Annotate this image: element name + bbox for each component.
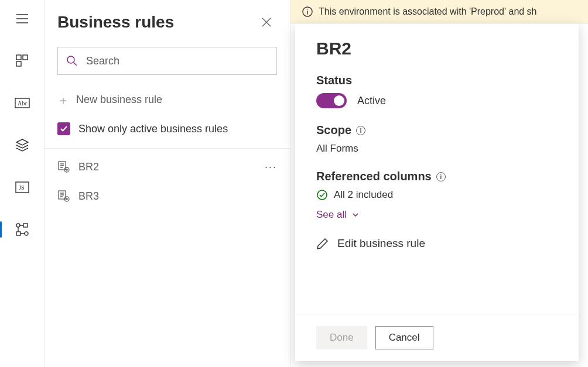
filter-active-row[interactable]: Show only active business rules [45, 112, 290, 149]
status-toggle[interactable] [316, 93, 347, 108]
scope-value: All Forms [316, 143, 558, 155]
rule-icon [57, 160, 70, 173]
panel-title: Business rules [57, 13, 174, 32]
referenced-columns-section: Referenced columns i All 2 included See … [316, 170, 558, 221]
referenced-columns-label: Referenced columns [316, 170, 432, 183]
js-icon: JS [15, 181, 29, 193]
banner-text: This environment is associated with 'Pre… [319, 6, 537, 17]
chevron-down-icon [351, 211, 360, 219]
new-business-rule-label: New business rule [76, 94, 162, 106]
search-icon [66, 55, 78, 67]
nav-item-4[interactable]: JS [11, 176, 34, 199]
rule-item-br2[interactable]: BR2 ··· [45, 152, 290, 181]
referenced-columns-value: All 2 included [334, 189, 393, 201]
search-input[interactable] [85, 54, 268, 68]
svg-rect-0 [16, 55, 21, 60]
plus-icon: ＋ [57, 94, 68, 106]
callout-footer: Done Cancel [295, 314, 579, 361]
rule-name: BR2 [78, 161, 99, 173]
svg-point-17 [317, 190, 327, 200]
done-button: Done [316, 326, 367, 349]
edit-label: Edit business rule [337, 237, 425, 250]
warning-banner: This environment is associated with 'Pre… [290, 0, 588, 23]
hamburger-icon [16, 14, 28, 23]
ref-cols-info-icon[interactable]: i [436, 172, 446, 181]
new-business-rule-button[interactable]: ＋ New business rule [45, 88, 290, 112]
see-all-link[interactable]: See all [316, 209, 558, 221]
svg-text:Abc: Abc [18, 100, 28, 107]
filter-active-label: Show only active business rules [78, 123, 228, 135]
status-section: Status Active [316, 74, 558, 108]
scope-label: Scope [316, 124, 351, 137]
rule-name: BR3 [78, 190, 99, 203]
check-icon [60, 125, 68, 133]
panel-header: Business rules [45, 12, 290, 33]
close-panel-button[interactable] [256, 12, 277, 33]
rule-details-callout: BR2 Status Active Scope i All Forms Refe… [295, 23, 579, 361]
see-all-label: See all [316, 209, 347, 221]
search-box[interactable] [57, 47, 277, 75]
rule-item-br3[interactable]: BR3 [45, 181, 290, 211]
svg-point-11 [67, 56, 74, 63]
nav-item-1[interactable] [11, 49, 34, 73]
svg-rect-8 [23, 224, 28, 227]
flow-icon [15, 222, 29, 236]
text-field-icon: Abc [15, 98, 30, 108]
business-rules-panel: Business rules ＋ New business rule Show … [45, 0, 290, 367]
nav-item-2[interactable]: Abc [11, 91, 34, 115]
svg-rect-9 [16, 232, 20, 235]
svg-text:JS: JS [19, 184, 24, 191]
info-icon [302, 6, 313, 17]
rule-more-button[interactable]: ··· [265, 161, 277, 173]
svg-rect-2 [16, 61, 21, 66]
rule-list: BR2 ··· BR3 [45, 149, 290, 211]
svg-point-7 [16, 224, 20, 227]
svg-rect-1 [23, 55, 28, 60]
edit-business-rule-link[interactable]: Edit business rule [316, 237, 558, 250]
status-value: Active [357, 95, 386, 107]
cancel-button[interactable]: Cancel [375, 326, 433, 349]
layers-icon [15, 138, 29, 152]
app-root: Abc JS Business rules ＋ New business rul… [0, 0, 588, 367]
pencil-icon [316, 237, 329, 250]
rule-icon [57, 190, 70, 203]
hamburger-button[interactable] [11, 7, 34, 30]
apps-icon [16, 54, 29, 67]
nav-item-3[interactable] [11, 133, 34, 157]
nav-rail: Abc JS [0, 0, 45, 367]
success-check-icon [316, 189, 328, 201]
scope-section: Scope i All Forms [316, 124, 558, 155]
close-icon [261, 17, 272, 28]
status-label: Status [316, 74, 558, 87]
filter-active-checkbox[interactable] [57, 122, 70, 135]
nav-item-business-rules[interactable] [11, 218, 34, 241]
callout-title: BR2 [316, 39, 558, 59]
scope-info-icon[interactable]: i [356, 126, 365, 135]
